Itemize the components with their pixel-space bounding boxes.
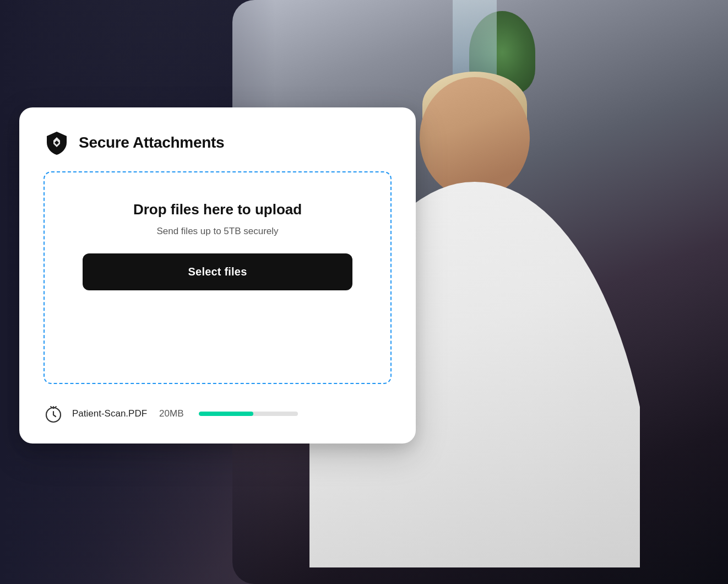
select-files-button[interactable]: Select files	[83, 253, 352, 290]
file-upload-row: Patient-Scan.PDF 20MB	[44, 399, 392, 424]
drop-zone-title: Drop files here to upload	[133, 201, 302, 218]
clock-icon	[44, 404, 63, 424]
drop-zone-subtitle: Send files up to 5TB securely	[156, 226, 278, 237]
file-name: Patient-Scan.PDF	[72, 408, 147, 419]
file-size: 20MB	[159, 408, 183, 419]
progress-bar-fill	[199, 412, 253, 416]
drop-zone[interactable]: Drop files here to upload Send files up …	[44, 171, 392, 384]
card-header: Secure Attachments	[44, 129, 392, 156]
progress-bar-container	[199, 412, 298, 416]
person-head	[420, 77, 530, 198]
shield-logo-icon	[44, 129, 70, 156]
card-title: Secure Attachments	[79, 134, 224, 152]
card-wrapper: Secure Attachments Drop files here to up…	[19, 107, 416, 444]
secure-attachments-card: Secure Attachments Drop files here to up…	[19, 107, 416, 444]
